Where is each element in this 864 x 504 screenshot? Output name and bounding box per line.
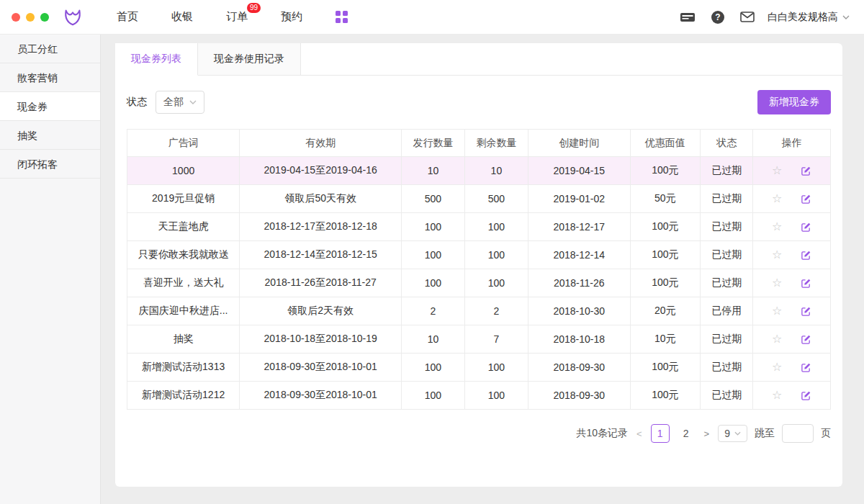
cell-operations: ☆ bbox=[753, 382, 831, 410]
page-button-2[interactable]: 2 bbox=[677, 424, 696, 443]
cell-remaining-qty: 100 bbox=[464, 354, 528, 382]
mail-icon[interactable] bbox=[740, 12, 755, 22]
app-logo-icon bbox=[62, 6, 84, 28]
page-button-1[interactable]: 1 bbox=[651, 424, 670, 443]
edit-icon[interactable] bbox=[801, 390, 811, 401]
cell-face-value: 100元 bbox=[630, 157, 701, 185]
page-size-select[interactable]: 9 bbox=[718, 425, 747, 442]
favorite-star-icon[interactable]: ☆ bbox=[772, 165, 782, 176]
zoom-window-button[interactable] bbox=[40, 13, 49, 22]
cell-issued-qty: 10 bbox=[402, 325, 465, 354]
nav-item-orders[interactable]: 订单99 bbox=[226, 10, 248, 24]
tab-coupon-usage-records[interactable]: 现金券使用记录 bbox=[198, 43, 301, 75]
favorite-star-icon[interactable]: ☆ bbox=[772, 277, 782, 289]
jump-suffix: 页 bbox=[821, 427, 831, 440]
edit-icon[interactable] bbox=[801, 194, 811, 204]
cell-operations: ☆ bbox=[753, 269, 831, 297]
table-row: 1000 2019-04-15至2019-04-16 10 10 2019-04… bbox=[127, 157, 831, 185]
favorite-star-icon[interactable]: ☆ bbox=[772, 333, 782, 345]
close-window-button[interactable] bbox=[12, 13, 20, 22]
filter-row: 状态 全部 新增现金券 bbox=[127, 90, 831, 114]
apps-grid-icon[interactable] bbox=[336, 11, 348, 23]
cell-validity: 领取后2天有效 bbox=[240, 297, 402, 325]
sidebar-item-employee-dividends[interactable]: 员工分红 bbox=[0, 35, 100, 63]
cell-face-value: 20元 bbox=[630, 297, 701, 325]
favorite-star-icon[interactable]: ☆ bbox=[772, 361, 782, 373]
jump-page-input[interactable] bbox=[782, 424, 814, 443]
cell-ad-words: 1000 bbox=[127, 157, 240, 185]
table-row: 喜迎开业，送大礼 2018-11-26至2018-11-27 100 100 2… bbox=[127, 269, 831, 297]
edit-icon[interactable] bbox=[801, 362, 811, 373]
sidebar-item-closed-loop[interactable]: 闭环拓客 bbox=[0, 150, 100, 179]
col-ad-words: 广告词 bbox=[127, 130, 240, 157]
pagination: 共10条记录 < 1 2 > 9 跳至 页 bbox=[127, 424, 831, 443]
status-filter-select[interactable]: 全部 bbox=[156, 91, 204, 114]
prev-page-button[interactable]: < bbox=[635, 428, 644, 439]
page-size-value: 9 bbox=[724, 428, 730, 439]
nav-item-appointments[interactable]: 预约 bbox=[281, 10, 302, 24]
next-page-button[interactable]: > bbox=[703, 428, 711, 439]
edit-icon[interactable] bbox=[801, 222, 811, 233]
cell-remaining-qty: 100 bbox=[464, 213, 528, 241]
cell-created-time: 2018-12-14 bbox=[528, 241, 630, 269]
edit-icon[interactable] bbox=[801, 166, 811, 176]
edit-icon[interactable] bbox=[801, 334, 811, 345]
cell-ad-words: 天王盖地虎 bbox=[127, 213, 240, 241]
cell-issued-qty: 100 bbox=[402, 354, 465, 382]
cell-operations: ☆ bbox=[753, 354, 831, 382]
favorite-star-icon[interactable]: ☆ bbox=[772, 390, 782, 401]
cell-operations: ☆ bbox=[753, 157, 831, 185]
cell-remaining-qty: 500 bbox=[464, 185, 528, 213]
jump-label: 跳至 bbox=[755, 427, 775, 440]
cell-face-value: 100元 bbox=[630, 241, 701, 269]
orders-badge: 99 bbox=[247, 3, 261, 13]
add-coupon-button[interactable]: 新增现金券 bbox=[757, 90, 831, 114]
col-issued-qty: 发行数量 bbox=[402, 130, 465, 157]
cell-status: 已过期 bbox=[701, 157, 753, 185]
nav-item-cashier[interactable]: 收银 bbox=[171, 10, 193, 24]
cell-issued-qty: 500 bbox=[402, 185, 465, 213]
col-status: 状态 bbox=[701, 130, 753, 157]
table-row: 抽奖 2018-10-18至2018-10-19 10 7 2018-10-18… bbox=[127, 325, 831, 354]
table-row: 庆国庆迎中秋进店... 领取后2天有效 2 2 2018-10-30 20元 已… bbox=[127, 297, 831, 325]
cell-validity: 2018-12-14至2018-12-15 bbox=[240, 241, 402, 269]
window-controls bbox=[12, 13, 49, 22]
sidebar: 员工分红 散客营销 现金券 抽奖 闭环拓客 bbox=[0, 35, 101, 504]
sidebar-item-cash-coupons[interactable]: 现金券 bbox=[0, 92, 100, 121]
favorite-star-icon[interactable]: ☆ bbox=[772, 221, 782, 233]
cell-remaining-qty: 100 bbox=[464, 241, 528, 269]
help-icon[interactable]: ? bbox=[711, 11, 724, 24]
cell-created-time: 2018-11-26 bbox=[528, 269, 630, 297]
coupon-card: 现金券列表 现金券使用记录 状态 全部 新增现金券 bbox=[115, 43, 842, 487]
edit-icon[interactable] bbox=[801, 306, 811, 317]
sidebar-item-walkin-marketing[interactable]: 散客营销 bbox=[0, 63, 100, 92]
cell-status: 已过期 bbox=[701, 213, 753, 241]
cell-validity: 2018-09-30至2018-10-01 bbox=[240, 354, 402, 382]
minimize-window-button[interactable] bbox=[26, 13, 35, 22]
cell-validity: 领取后50天有效 bbox=[240, 185, 402, 213]
coupon-table-body: 1000 2019-04-15至2019-04-16 10 10 2019-04… bbox=[127, 157, 831, 410]
cell-face-value: 100元 bbox=[630, 382, 701, 410]
main-nav: 首页 收银 订单99 预约 bbox=[117, 10, 302, 24]
status-filter-label: 状态 bbox=[127, 96, 147, 109]
edit-icon[interactable] bbox=[801, 250, 811, 261]
cell-created-time: 2018-12-17 bbox=[528, 213, 630, 241]
favorite-star-icon[interactable]: ☆ bbox=[772, 305, 782, 317]
total-records: 共10条记录 bbox=[576, 427, 628, 440]
sidebar-item-lottery[interactable]: 抽奖 bbox=[0, 121, 100, 150]
account-menu[interactable]: 白白美发规格高 bbox=[768, 11, 850, 24]
tab-coupon-list[interactable]: 现金券列表 bbox=[115, 43, 198, 76]
card-reader-icon[interactable] bbox=[680, 12, 696, 23]
nav-item-home[interactable]: 首页 bbox=[117, 10, 138, 24]
edit-icon[interactable] bbox=[801, 278, 811, 289]
col-remaining-qty: 剩余数量 bbox=[464, 130, 528, 157]
favorite-star-icon[interactable]: ☆ bbox=[772, 249, 782, 261]
cell-face-value: 100元 bbox=[630, 269, 701, 297]
table-header-row: 广告词 有效期 发行数量 剩余数量 创建时间 优惠面值 状态 操作 bbox=[127, 130, 831, 157]
cell-issued-qty: 10 bbox=[402, 157, 465, 185]
table-row: 2019元旦促销 领取后50天有效 500 500 2019-01-02 50元… bbox=[127, 185, 831, 213]
cell-ad-words: 只要你敢来我就敢送 bbox=[127, 241, 240, 269]
cell-ad-words: 庆国庆迎中秋进店... bbox=[127, 297, 240, 325]
cell-issued-qty: 2 bbox=[402, 297, 465, 325]
favorite-star-icon[interactable]: ☆ bbox=[772, 193, 782, 204]
